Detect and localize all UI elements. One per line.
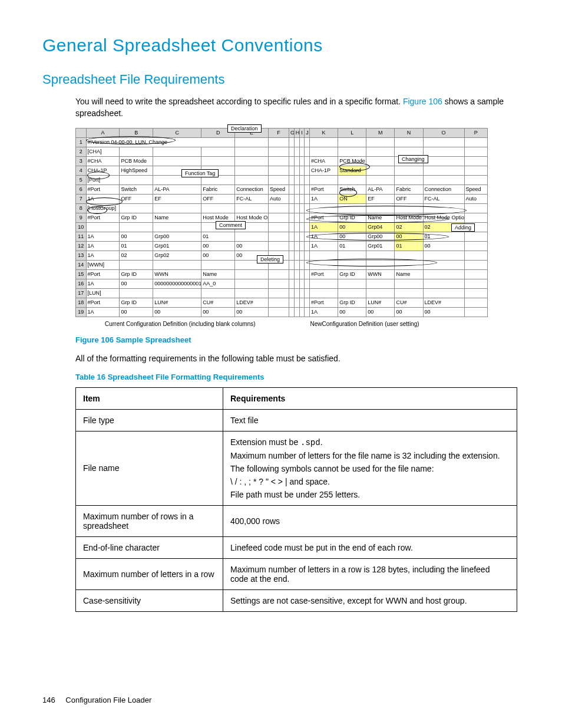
req-filename: Extension must be .spd.Maximum number of… — [223, 431, 517, 505]
figure-caption: Figure 106 Sample Spreadsheet — [75, 335, 520, 344]
intro-paragraph: You will need to write the spreadsheet a… — [75, 95, 520, 120]
callout-function: Function Tag — [181, 169, 219, 177]
requirements-table: Item Requirements File type Text file Fi… — [75, 387, 517, 612]
table-row: Maximum number of letters in a row Maxim… — [76, 558, 517, 589]
figure-link[interactable]: Figure 106 — [403, 97, 442, 106]
spreadsheet-figure: Declaration Function Tag Comment Deletin… — [75, 128, 488, 327]
table-row: File name Extension must be .spd.Maximum… — [76, 431, 517, 505]
page-title: General Spreadsheet Conventions — [42, 35, 520, 55]
callout-comment: Comment — [216, 221, 246, 229]
table-row: File type Text file — [76, 409, 517, 431]
req-header-req: Requirements — [223, 387, 517, 409]
section-title: Spreadsheet File Requirements — [42, 72, 520, 87]
callout-deleting: Deleting — [257, 255, 283, 263]
callout-changing: Changing — [398, 155, 428, 163]
sheet-cap-left: Current Configuration Definition (includ… — [105, 321, 256, 327]
table-row: End-of-line character Linefeed code must… — [76, 536, 517, 558]
callout-declaration: Declaration — [227, 124, 262, 133]
callout-adding: Adding — [451, 223, 475, 232]
sheet-cap-right: NewConfiguration Definition (user settin… — [310, 321, 419, 327]
satisfied-text: All of the formatting requirements in th… — [75, 353, 520, 364]
req-header-item: Item — [76, 387, 223, 409]
table-caption: Table 16 Spreadsheet File Formatting Req… — [75, 373, 520, 381]
table-row: Case-sensitivity Settings are not case-s… — [76, 589, 517, 611]
intro-text-a: You will need to write the spreadsheet a… — [75, 97, 403, 106]
table-row: Maximum number of rows in a spreadsheet … — [76, 505, 517, 536]
